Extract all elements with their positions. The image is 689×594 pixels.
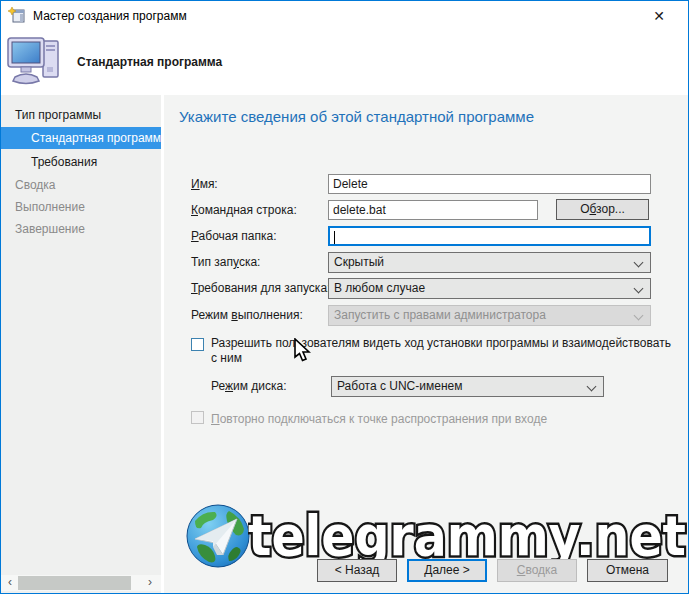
computer-icon: [7, 33, 63, 89]
wizard-window-icon: [8, 7, 25, 24]
drive-mode-label: Режим диска:: [211, 379, 287, 393]
run-requirement-select[interactable]: В любом случае: [328, 278, 651, 299]
command-line-input[interactable]: [328, 200, 538, 220]
allow-user-interaction-label[interactable]: Разрешить пользователям видеть ход устан…: [211, 336, 675, 366]
text-caret: [334, 231, 335, 244]
allow-user-interaction-checkbox[interactable]: [191, 338, 204, 351]
command-line-label: Командная строка:: [191, 203, 297, 217]
page-title: Укажите сведения об этой стандартной про…: [179, 108, 534, 125]
wizard-header: Стандартная программа: [1, 31, 688, 95]
sidebar-item-completion: Завершение: [1, 219, 161, 239]
run-type-select[interactable]: Скрытый: [328, 252, 651, 273]
sidebar-item-requirements[interactable]: Требования: [1, 152, 161, 172]
run-mode-select: Запустить с правами администратора: [328, 305, 651, 326]
close-icon[interactable]: ✕: [648, 6, 670, 26]
scrollbar-thumb[interactable]: [18, 576, 131, 590]
wizard-main-panel: Укажите сведения об этой стандартной про…: [164, 95, 689, 593]
chevron-down-icon: [634, 284, 644, 294]
chevron-down-icon: [587, 382, 597, 392]
scroll-right-icon[interactable]: ›: [143, 575, 157, 591]
name-label: Имя:: [191, 177, 218, 191]
title-bar: Мастер создания программ ✕: [1, 1, 688, 31]
watermark-logo-icon: [185, 503, 251, 569]
run-type-label: Тип запуска:: [191, 255, 260, 269]
browse-button[interactable]: Обзор...: [556, 199, 649, 220]
mouse-cursor-icon: [293, 338, 311, 364]
summary-button: Сводка: [497, 559, 577, 582]
sidebar-item-program-type[interactable]: Тип программы: [1, 105, 161, 125]
run-mode-label: Режим выполнения:: [191, 308, 303, 322]
sidebar-item-summary: Сводка: [1, 175, 161, 195]
sidebar-horizontal-scrollbar[interactable]: ‹ ›: [1, 575, 161, 591]
name-input[interactable]: [328, 174, 651, 194]
scroll-left-icon[interactable]: ‹: [3, 575, 17, 591]
wizard-window: Мастер создания программ ✕ Стандартная п…: [0, 0, 689, 594]
sidebar-item-standard-program[interactable]: Стандартная программа: [1, 127, 161, 149]
back-button[interactable]: < Назад: [317, 559, 397, 582]
wizard-body: Тип программы Стандартная программа Треб…: [1, 95, 688, 593]
wizard-sidebar: Тип программы Стандартная программа Треб…: [1, 95, 161, 593]
working-folder-label: Рабочая папка:: [191, 229, 277, 243]
chevron-down-icon: [634, 258, 644, 268]
working-folder-input[interactable]: [328, 226, 651, 246]
chevron-down-icon: [634, 311, 644, 321]
next-button[interactable]: Далее >: [407, 559, 487, 582]
sidebar-item-progress: Выполнение: [1, 197, 161, 217]
window-title: Мастер создания программ: [33, 9, 187, 23]
cancel-button[interactable]: Отмена: [587, 559, 668, 582]
wizard-step-title: Стандартная программа: [77, 55, 222, 69]
reconnect-label: Повторно подключаться к точке распростра…: [211, 412, 675, 427]
run-requirement-label: Требования для запуска:: [191, 281, 330, 295]
reconnect-checkbox: [191, 411, 204, 424]
drive-mode-select[interactable]: Работа с UNC-именем: [331, 376, 604, 397]
